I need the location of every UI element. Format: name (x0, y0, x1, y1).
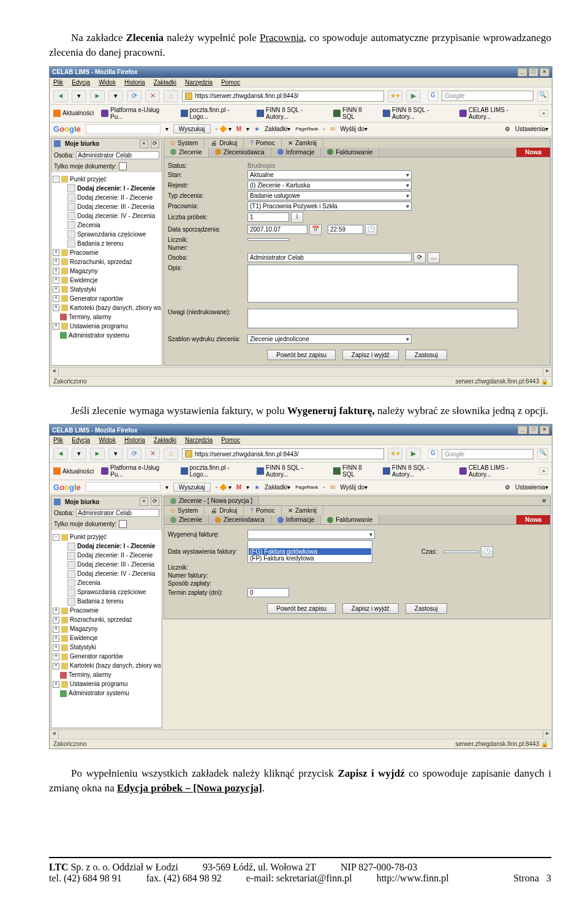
tab-informacje[interactable]: Informacje (271, 515, 322, 524)
tab-informacje[interactable]: Informacje (271, 148, 322, 157)
bm-0[interactable]: Aktualności (53, 110, 94, 117)
tree-item[interactable]: Kartoteki (bazy danych, zbiory ws (70, 662, 161, 669)
fwd-icon[interactable]: ► (90, 90, 105, 102)
tree-item[interactable]: Dodaj zlecenie: II - Zlecenie (77, 552, 153, 559)
back-button[interactable]: Powrót bez zapisu (267, 350, 336, 360)
tree-item[interactable]: Dodaj zlecenie: III - Zlecenia (77, 203, 154, 210)
menu-help[interactable]: Pomoc (221, 437, 240, 443)
tree-item[interactable]: Terminy, alarmy (69, 671, 111, 678)
expand-icon[interactable]: + (53, 295, 59, 302)
data-input[interactable]: 2007.10.07 (247, 225, 307, 234)
g-search-button[interactable]: Wyszukaj (173, 483, 211, 492)
g-search-input[interactable] (86, 482, 160, 492)
back-icon[interactable]: ◄ (53, 90, 68, 102)
send-icon[interactable]: ✉ (330, 484, 335, 491)
url-dd[interactable]: ★▾ (388, 448, 402, 460)
menu-history[interactable]: Historia (124, 79, 145, 86)
g-bookmarks[interactable]: Zakładki▾ (265, 484, 290, 491)
go-icon[interactable]: ▶ (406, 448, 421, 460)
tree-item[interactable]: Ustawienia programu (70, 681, 128, 687)
tree-item[interactable]: Generator raportów (70, 295, 123, 302)
bm-2[interactable]: poczta.finn.pl - Logo... (181, 107, 250, 120)
tree-item[interactable]: Pracownie (70, 249, 99, 256)
clock-icon[interactable]: 🕐 (481, 546, 493, 557)
help-button[interactable]: ?Pomoc (244, 506, 282, 515)
option-fp[interactable]: (FP) Faktura kredytowa (249, 555, 371, 562)
back-button[interactable]: Powrót bez zapisu (267, 603, 336, 614)
only-mine-checkbox[interactable] (119, 162, 127, 170)
apply-button[interactable]: Zastosuj (405, 350, 447, 360)
gear-icon[interactable]: ⚙ (505, 484, 510, 491)
tab-zleceniodawca[interactable]: Zleceniodawca (209, 148, 271, 157)
bm-0[interactable]: Aktualności (53, 467, 94, 475)
expand-icon[interactable]: + (53, 277, 59, 284)
menu-edit[interactable]: Edycja (72, 79, 90, 86)
overflow-icon[interactable]: » (539, 110, 548, 117)
h-scrollbar[interactable]: ◄► (50, 730, 552, 739)
scroll-right-icon[interactable]: ► (543, 368, 552, 376)
gear-icon[interactable]: ⚙ (505, 126, 510, 132)
clock-icon[interactable]: 🕐 (365, 224, 377, 235)
expand-icon[interactable]: + (53, 617, 59, 624)
tab-close-icon[interactable]: ✕ (538, 496, 550, 505)
tree-item[interactable]: Magazyny (70, 268, 98, 274)
fwd-dd[interactable]: ▾ (108, 448, 123, 460)
tree-item[interactable]: Statystyki (70, 644, 96, 650)
apply-button[interactable]: Zastosuj (405, 603, 447, 614)
fwd-icon[interactable]: ► (90, 448, 105, 460)
tree-item[interactable]: Magazyny (70, 625, 98, 632)
tree-refresh-icon[interactable]: ⟳ (151, 497, 159, 506)
tree-item[interactable]: Dodaj zlecenie: I - Zlecenie (77, 543, 155, 549)
tree-item[interactable]: Administrator systemu (69, 690, 129, 696)
tree-item[interactable]: Sprawozdania częściowe (77, 231, 146, 238)
menu-bookmarks[interactable]: Zakładki (154, 79, 176, 86)
liczba-input[interactable]: 1 (247, 213, 289, 222)
tree-item[interactable]: Badania z terenu (77, 598, 124, 605)
bm-1[interactable]: Platforma e-Usług Pu... (101, 107, 173, 120)
go-icon[interactable]: ▶ (406, 90, 421, 102)
termin-input[interactable]: 0 (247, 588, 289, 597)
h-scrollbar[interactable]: ◄► (50, 367, 552, 376)
tab-fakturowanie[interactable]: Fakturowanie (321, 515, 379, 524)
browse-icon[interactable]: ... (428, 252, 440, 263)
expand-icon[interactable]: + (53, 635, 59, 642)
czas-input[interactable] (443, 551, 479, 553)
menu-file[interactable]: Plik (53, 437, 63, 443)
bm-3[interactable]: FINN 8 SQL - Autory... (257, 107, 326, 120)
menu-tools[interactable]: Narzędzia (185, 79, 213, 86)
tab-zleceniodawca[interactable]: Zleceniodawca (209, 515, 271, 524)
tree-item[interactable]: Dodaj zlecenie: IV - Zlecenia (77, 570, 155, 577)
search-input[interactable]: Google (442, 449, 533, 459)
tree-item[interactable]: Rozrachunki, sprzedaż (70, 616, 132, 623)
tab-fakturowanie[interactable]: Fakturowanie (321, 148, 379, 157)
tree-item[interactable]: Punkt przyjęć (70, 534, 107, 540)
szablon-select[interactable]: Zlecenie ujednolicone▾ (247, 334, 412, 344)
wygeneruj-select[interactable]: ▾ (247, 530, 375, 539)
g-settings[interactable]: Ustawienia▾ (515, 484, 548, 491)
expand-icon[interactable]: + (53, 258, 59, 265)
menu-help[interactable]: Pomoc (221, 79, 240, 86)
stan-select[interactable]: Aktualne▾ (247, 170, 412, 179)
bm-4[interactable]: FINN 8 SQL (333, 464, 375, 478)
tree-item[interactable]: Dodaj zlecenie: IV - Zlecenia (77, 213, 155, 219)
info-icon[interactable]: i (291, 212, 303, 223)
gmail-icon[interactable]: M (236, 484, 241, 491)
osoba-field[interactable]: Administrator Celab (76, 151, 159, 159)
rejestr-select[interactable]: (I) Zlecenie - Kartuska▾ (247, 181, 412, 190)
expand-icon[interactable]: + (53, 249, 59, 256)
option-fg[interactable]: (FG) Faktura gotówkowa (249, 548, 371, 555)
g-bookmarks[interactable]: Zakładki▾ (265, 126, 290, 132)
expand-icon[interactable]: - (53, 534, 59, 541)
search-input[interactable]: Google (442, 91, 533, 101)
expand-icon[interactable]: - (53, 176, 59, 183)
calendar-icon[interactable]: 📅 (309, 224, 322, 235)
tree-item[interactable]: Dodaj zlecenie: I - Zlecenie (77, 185, 155, 192)
system-menu[interactable]: ⊙System (164, 506, 205, 515)
url-input[interactable]: https://serwer.zhwgdansk.finn.pl:8443/ (182, 448, 384, 459)
expand-icon[interactable]: + (53, 654, 59, 660)
refresh-icon[interactable]: ⟳ (413, 252, 426, 263)
overflow-icon[interactable]: » (539, 467, 548, 475)
tree-item[interactable]: Generator raportów (70, 653, 123, 660)
bm-5[interactable]: FINN 8 SQL - Autory... (383, 464, 452, 478)
tree-item[interactable]: Ustawienia programu (70, 323, 128, 330)
